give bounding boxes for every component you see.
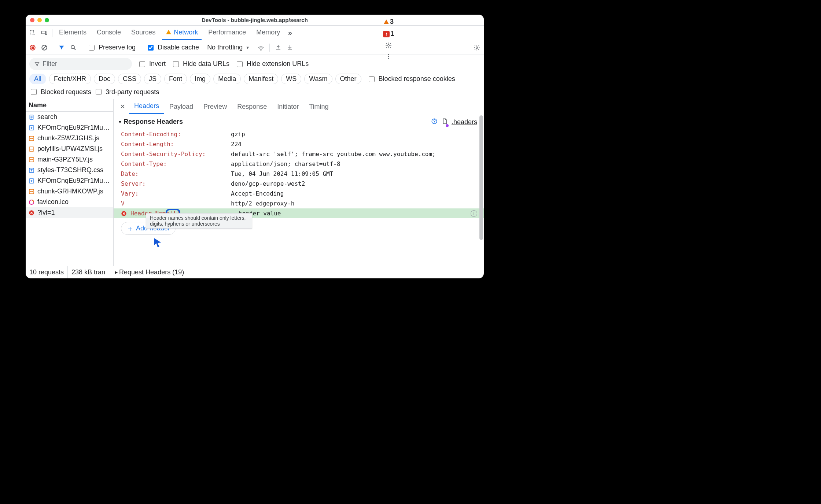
device-toolbar-icon[interactable] — [41, 30, 48, 36]
svg-point-37 — [30, 191, 31, 192]
hide-extension-urls-checkbox[interactable]: Hide extension URLs — [235, 60, 309, 68]
subtab-payload[interactable]: Payload — [164, 100, 198, 114]
js-request-icon — [29, 136, 34, 141]
chip-js[interactable]: JS — [144, 74, 161, 84]
issues-count[interactable]: 1 — [383, 30, 394, 38]
hide-data-urls-checkbox[interactable]: Hide data URLs — [172, 60, 229, 68]
search-icon[interactable] — [70, 44, 77, 51]
svg-point-38 — [31, 191, 32, 192]
chip-fetch-xhr[interactable]: Fetch/XHR — [49, 74, 91, 84]
chip-css[interactable]: CSS — [118, 74, 141, 84]
svg-text:T: T — [30, 168, 33, 172]
main-tabs: Elements Console Sources Network Perform… — [26, 26, 484, 40]
request-name: chunk-GRHMKOWP.js — [37, 188, 103, 195]
request-row[interactable]: TKFOmCnqEu92Fr1Mu… — [26, 122, 113, 133]
import-har-icon[interactable] — [287, 44, 293, 51]
svg-point-15 — [261, 50, 261, 51]
request-row[interactable]: chunk-Z5WZJGHS.js — [26, 133, 113, 144]
filter-icon[interactable] — [58, 44, 65, 51]
tab-memory[interactable]: Memory — [253, 26, 284, 40]
subtab-response[interactable]: Response — [232, 100, 272, 114]
request-row[interactable]: TKFOmCnqEu92Fr1Mu… — [26, 175, 113, 186]
network-conditions-icon[interactable] — [258, 44, 264, 51]
response-header: Vary:Accept-Encoding — [118, 189, 479, 199]
js-request-icon — [29, 189, 34, 194]
column-name[interactable]: Name — [26, 99, 113, 112]
svg-point-14 — [71, 45, 74, 49]
chip-ws[interactable]: WS — [281, 74, 301, 84]
response-header: Date:Tue, 04 Jun 2024 11:09:05 GMT — [118, 169, 479, 179]
plus-icon: ＋ — [126, 225, 134, 232]
header-value: Tue, 04 Jun 2024 11:09:05 GMT — [231, 170, 479, 177]
warning-count[interactable]: 3 — [383, 18, 394, 26]
tab-console[interactable]: Console — [93, 26, 125, 40]
svg-point-29 — [30, 159, 31, 160]
detail-tabs: ✕ Headers Payload Preview Response Initi… — [114, 99, 484, 114]
settings-icon[interactable] — [385, 42, 392, 49]
subtab-initiator[interactable]: Initiator — [272, 100, 304, 114]
request-row[interactable]: favicon.ico — [26, 197, 113, 207]
override-file-icon[interactable] — [441, 118, 448, 126]
request-row[interactable]: search — [26, 112, 113, 122]
header-value: http/2 edgeproxy-h — [231, 200, 479, 207]
font-request-icon: T — [29, 125, 34, 131]
request-headers-section[interactable]: ▶Request Headers (19) — [111, 266, 484, 278]
response-headers-section[interactable]: ▼Response Headers — [118, 118, 479, 126]
request-row[interactable]: main-G3PZY5LV.js — [26, 154, 113, 165]
header-value: deno/gcp-europe-west2 — [231, 180, 479, 187]
throttling-select[interactable]: No throttling ▼ — [204, 43, 253, 52]
header-key: V — [121, 200, 128, 207]
chip-other[interactable]: Other — [335, 74, 361, 84]
request-row[interactable]: chunk-GRHMKOWP.js — [26, 186, 113, 197]
override-indicator-icon — [446, 124, 449, 127]
remove-header-icon[interactable] — [121, 211, 127, 216]
disable-cache-checkbox[interactable]: Disable cache — [146, 44, 199, 52]
status-bar: 10 requests 238 kB tran ▶Request Headers… — [26, 266, 484, 278]
subtab-headers[interactable]: Headers — [129, 99, 164, 114]
request-row[interactable]: polyfills-UPW4ZMSI.js — [26, 144, 113, 154]
request-name: favicon.ico — [37, 198, 69, 206]
subtab-preview[interactable]: Preview — [198, 100, 232, 114]
filter-input[interactable]: Filter — [29, 58, 132, 70]
tab-performance[interactable]: Performance — [205, 26, 250, 40]
chip-img[interactable]: Img — [190, 74, 210, 84]
inspect-element-icon[interactable] — [29, 30, 36, 36]
chip-wasm[interactable]: Wasm — [304, 74, 332, 84]
headers-override-link[interactable]: .headers — [452, 118, 477, 126]
chip-doc[interactable]: Doc — [94, 74, 115, 84]
header-value: gzip — [231, 131, 479, 138]
tab-elements[interactable]: Elements — [55, 26, 90, 40]
record-icon[interactable] — [29, 44, 36, 51]
row-info-icon[interactable]: i — [471, 210, 477, 217]
request-row[interactable]: Tstyles-T73CSHRQ.css — [26, 165, 113, 175]
chip-manifest[interactable]: Manifest — [244, 74, 278, 84]
subtab-timing[interactable]: Timing — [304, 100, 334, 114]
request-row[interactable]: ?lvl=1 — [26, 207, 113, 218]
svg-point-25 — [30, 149, 31, 149]
scrollbar-thumb[interactable] — [479, 115, 483, 240]
blocked-requests-checkbox[interactable]: Blocked requests — [29, 88, 91, 96]
preserve-log-checkbox[interactable]: Preserve log — [87, 44, 136, 52]
chip-font[interactable]: Font — [164, 74, 187, 84]
help-icon[interactable] — [431, 118, 438, 126]
tab-sources[interactable]: Sources — [128, 26, 159, 40]
close-detail-icon[interactable]: ✕ — [116, 103, 129, 111]
warning-icon — [166, 29, 172, 35]
header-key: Content-Length: — [121, 141, 231, 148]
blocked-response-cookies-checkbox[interactable]: Blocked response cookies — [367, 75, 455, 83]
cursor-pointer-icon — [152, 237, 163, 249]
svg-rect-2 — [45, 32, 47, 35]
more-tabs-icon[interactable]: » — [287, 30, 293, 36]
svg-rect-1 — [42, 31, 46, 34]
clear-icon[interactable] — [41, 44, 48, 51]
chip-all[interactable]: All — [29, 74, 46, 84]
export-har-icon[interactable] — [275, 44, 281, 51]
svg-point-43 — [434, 122, 435, 123]
svg-point-22 — [31, 138, 32, 139]
warning-icon — [383, 19, 389, 25]
invert-checkbox[interactable]: Invert — [138, 60, 166, 68]
more-menu-icon[interactable] — [385, 53, 392, 60]
chip-media[interactable]: Media — [213, 74, 241, 84]
third-party-checkbox[interactable]: 3rd-party requests — [94, 88, 159, 96]
tab-network[interactable]: Network — [162, 26, 202, 40]
